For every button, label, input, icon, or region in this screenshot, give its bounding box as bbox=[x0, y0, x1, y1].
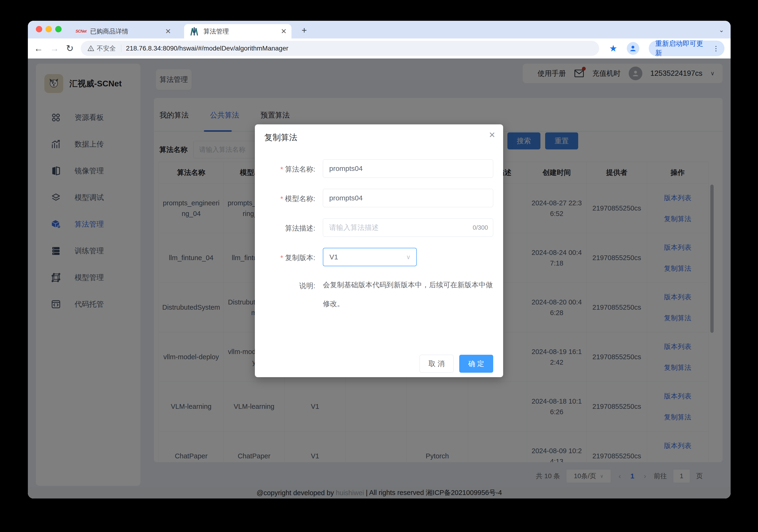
copy-algorithm-modal: 复制算法 × 算法名称: 模型名称: 算法描述: 0/300 复制版本: bbox=[255, 124, 503, 377]
modal-title: 复制算法 bbox=[264, 132, 297, 143]
person-icon bbox=[629, 44, 637, 53]
browser-tabbar: SCNet 已购商品详情 ✕ 算法管理 ✕ + ⌄ bbox=[28, 21, 731, 39]
chrome-update-button[interactable]: 重新启动即可更新 ⋮ bbox=[649, 41, 724, 56]
version-select-value: V1 bbox=[329, 253, 338, 261]
note-text: 会复制基础版本代码到新版本中，后续可在新版本中做修改。 bbox=[323, 275, 494, 313]
cancel-button[interactable]: 取 消 bbox=[420, 355, 454, 373]
copy-version-label: 复制版本: bbox=[255, 248, 315, 266]
profile-icon[interactable] bbox=[627, 42, 639, 55]
forward-icon[interactable]: → bbox=[50, 44, 59, 53]
browser-tab-algorithm-manager[interactable]: 算法管理 ✕ bbox=[184, 24, 292, 39]
warning-icon bbox=[87, 45, 94, 52]
update-label: 重新启动即可更新 bbox=[655, 39, 709, 58]
page-viewport: 汇视威-SCNet 资源看板 数据上传 镜像管理 模型调试 bbox=[28, 58, 731, 499]
browser-toolbar: ← → ↻ 不安全 218.76.8.34:8090/hswai/#/model… bbox=[28, 39, 731, 58]
modal-model-name-input[interactable] bbox=[323, 189, 493, 207]
address-bar[interactable]: 不安全 218.76.8.34:8090/hswai/#/modelDev/al… bbox=[81, 41, 600, 56]
more-menu-icon[interactable]: ⋮ bbox=[713, 45, 719, 53]
browser-window: SCNet 已购商品详情 ✕ 算法管理 ✕ + ⌄ ← → ↻ 不安全 218.… bbox=[28, 21, 731, 499]
tab-title: 算法管理 bbox=[203, 27, 277, 36]
tab-search-chevron-icon[interactable]: ⌄ bbox=[719, 26, 724, 34]
description-label: 算法描述: bbox=[255, 218, 315, 237]
security-chip[interactable]: 不安全 bbox=[83, 44, 121, 53]
url-text: 218.76.8.34:8090/hswai/#/modelDev/algori… bbox=[126, 45, 289, 52]
maximize-window-button[interactable] bbox=[55, 26, 62, 32]
reload-icon[interactable]: ↻ bbox=[66, 43, 74, 53]
app-favicon bbox=[189, 26, 200, 37]
minimize-window-button[interactable] bbox=[46, 26, 52, 32]
note-label: 说明: bbox=[255, 275, 315, 313]
close-tab-icon[interactable]: ✕ bbox=[165, 28, 171, 35]
browser-tab-purchased-details[interactable]: SCNet 已购商品详情 ✕ bbox=[71, 24, 176, 39]
close-icon[interactable]: × bbox=[489, 129, 495, 140]
confirm-button[interactable]: 确 定 bbox=[459, 355, 493, 373]
algorithm-name-label: 算法名称: bbox=[255, 159, 315, 178]
char-counter: 0/300 bbox=[473, 224, 488, 231]
modal-algorithm-name-input[interactable] bbox=[323, 159, 493, 178]
window-controls bbox=[36, 26, 62, 32]
model-name-label: 模型名称: bbox=[255, 189, 315, 207]
new-tab-button[interactable]: + bbox=[299, 25, 309, 35]
modal-description-input[interactable] bbox=[323, 218, 493, 237]
scnet-favicon: SCNet bbox=[76, 29, 86, 34]
back-icon[interactable]: ← bbox=[34, 44, 43, 53]
close-tab-icon[interactable]: ✕ bbox=[281, 28, 287, 35]
close-window-button[interactable] bbox=[36, 26, 42, 32]
tab-title: 已购商品详情 bbox=[90, 27, 161, 36]
bookmark-star-icon[interactable]: ★ bbox=[609, 43, 617, 53]
version-select[interactable]: V1 ∨ bbox=[323, 248, 417, 266]
security-label: 不安全 bbox=[97, 44, 116, 53]
chevron-down-icon: ∨ bbox=[406, 254, 411, 261]
